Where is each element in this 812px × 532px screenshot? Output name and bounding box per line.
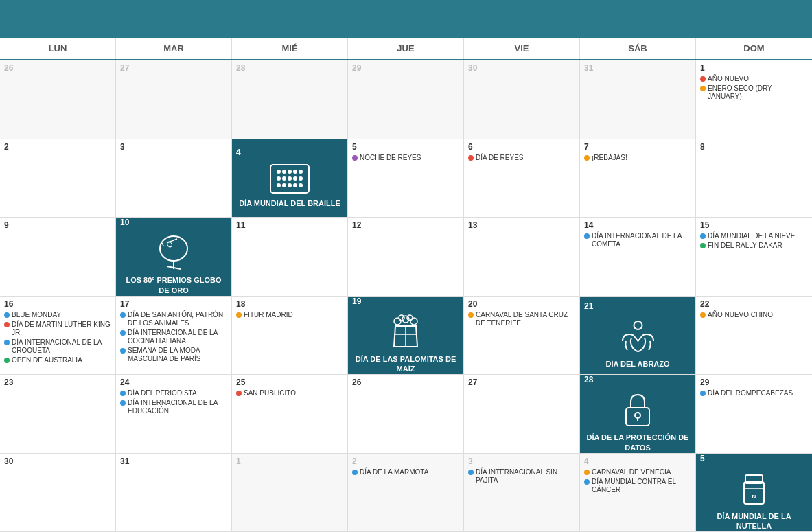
day-number: 4 — [236, 148, 241, 157]
event-dot — [700, 243, 706, 248]
svg-point-10 — [299, 176, 303, 181]
event-text: ENERO SECO (DRY JANUARY) — [708, 84, 808, 101]
day-number: 30 — [4, 456, 111, 466]
featured-event-label: LOS 80º PREMIOS GLOBO DE ORO — [120, 275, 227, 295]
table-row: 1 — [232, 454, 348, 533]
next-button[interactable] — [791, 16, 805, 22]
day-number: 5 — [352, 142, 459, 152]
list-item: DÍA DE MARTIN LUTHER KING JR. — [4, 321, 111, 337]
event-dot — [4, 322, 10, 327]
prev-button[interactable] — [7, 16, 21, 22]
event-text: DÍA INTERNACIONAL DE LA COCINA ITALIANA — [128, 329, 227, 345]
event-dot — [700, 86, 706, 91]
day-number: 31 — [120, 456, 227, 466]
event-text: DÍA INTERNACIONAL DE LA EDUCACIÓN — [128, 399, 227, 415]
event-dot — [236, 391, 242, 396]
event-text: AÑO NUEVO CHINO — [708, 311, 773, 319]
day-number: 29 — [700, 378, 808, 387]
day-number: 28 — [236, 63, 343, 73]
event-dot — [584, 155, 590, 161]
day-number: 27 — [120, 63, 227, 73]
event-text: AÑO NUEVO — [708, 75, 749, 83]
calendar-grid: 2627282930311AÑO NUEVOENERO SECO (DRY JA… — [0, 60, 812, 532]
table-row: 18FITUR MADRID — [232, 297, 348, 375]
featured-event-label: DÍA MUNDIAL DEL BRAILLE — [239, 198, 340, 208]
day-number: 9 — [4, 220, 111, 230]
day-number: 17 — [120, 299, 227, 309]
svg-point-5 — [299, 170, 303, 174]
day-number: 29 — [352, 63, 459, 73]
day-number: 30 — [468, 63, 575, 73]
day-number: 26 — [352, 378, 459, 387]
list-item: DÍA DE REYES — [468, 154, 575, 162]
svg-point-3 — [288, 170, 292, 174]
event-dot — [700, 312, 706, 318]
table-row: 2DÍA DE LA MARMOTA — [348, 454, 464, 533]
event-text: DÍA DEL ROMPECABEZAS — [708, 389, 793, 397]
day-number: 1 — [700, 63, 808, 73]
day-number: 7 — [584, 142, 691, 152]
day-header-jue: JUE — [348, 38, 464, 59]
list-item: ENERO SECO (DRY JANUARY) — [700, 84, 808, 101]
event-text: DÍA DE LA MARMOTA — [360, 468, 428, 476]
event-text: SEMANA DE LA MODA MASCULINA DE PARÍS — [128, 347, 227, 363]
table-row: 13 — [464, 218, 580, 297]
list-item: SEMANA DE LA MODA MASCULINA DE PARÍS — [120, 347, 227, 363]
day-number: 31 — [584, 63, 691, 73]
featured-event-label: DÍA DEL ABRAZO — [605, 359, 669, 369]
list-item: AÑO NUEVO CHINO — [700, 311, 808, 319]
day-number: 3 — [468, 456, 575, 466]
table-row: 30 — [464, 60, 580, 139]
svg-point-2 — [282, 170, 286, 174]
day-number: 21 — [584, 301, 593, 311]
list-item: AÑO NUEVO — [700, 75, 808, 83]
table-row: 6DÍA DE REYES — [464, 139, 580, 218]
event-text: FITUR MADRID — [244, 311, 293, 319]
list-item: CARNAVAL DE VENECIA — [584, 468, 691, 476]
table-row: 26 — [348, 375, 464, 454]
table-row: 23 — [0, 375, 116, 454]
event-text: FIN DEL RALLY DAKAR — [708, 242, 782, 250]
svg-point-4 — [293, 170, 297, 174]
day-number: 6 — [468, 142, 575, 152]
event-dot — [468, 155, 474, 161]
table-row: 28 — [232, 60, 348, 139]
list-item: NOCHE DE REYES — [352, 154, 459, 162]
event-dot — [584, 233, 590, 239]
table-row: 15DÍA MUNDIAL DE LA NIEVEFIN DEL RALLY D… — [696, 218, 812, 297]
day-number: 28 — [584, 375, 593, 384]
event-dot — [352, 470, 358, 475]
event-dot — [4, 340, 10, 345]
svg-point-30 — [635, 413, 640, 418]
event-icon — [156, 229, 191, 275]
table-row: 31 — [580, 60, 696, 139]
day-number: 2 — [4, 142, 111, 152]
event-dot — [584, 479, 590, 485]
featured-event-label: DÍA MUNDIAL DE LA NUTELLA — [700, 511, 808, 531]
event-dot — [4, 358, 10, 363]
event-dot — [468, 312, 474, 318]
svg-line-20 — [162, 243, 163, 246]
table-row: 22AÑO NUEVO CHINO — [696, 297, 812, 375]
list-item: CARNAVAL DE SANTA CRUZ DE TENERIFE — [468, 311, 575, 327]
day-number: 22 — [700, 299, 808, 309]
event-dot — [120, 391, 126, 396]
table-row: 16BLUE MONDAYDÍA DE MARTIN LUTHER KING J… — [0, 297, 116, 375]
day-number: 2 — [352, 456, 459, 466]
day-headers: LUNMARMIÉJUEVIESÁBDOM — [0, 38, 812, 60]
table-row: 9 — [0, 218, 116, 297]
event-text: DÍA INTERNACIONAL SIN PAJITA — [476, 468, 575, 485]
svg-point-12 — [282, 183, 286, 187]
day-header-mié: MIÉ — [232, 38, 348, 59]
event-text: CARNAVAL DE VENECIA — [592, 468, 671, 476]
calendar: LUNMARMIÉJUEVIESÁBDOM 2627282930311AÑO N… — [0, 0, 812, 532]
table-row: 5 N DÍA MUNDIAL DE LA NUTELLA — [696, 454, 812, 533]
day-number: 5 — [700, 454, 705, 463]
event-icon — [269, 159, 310, 198]
event-dot — [584, 470, 590, 475]
table-row: 25SAN PUBLICITO — [232, 375, 348, 454]
day-number: 24 — [120, 378, 227, 387]
svg-point-11 — [277, 183, 281, 187]
day-number: 15 — [700, 220, 808, 230]
day-number: 27 — [468, 378, 575, 387]
